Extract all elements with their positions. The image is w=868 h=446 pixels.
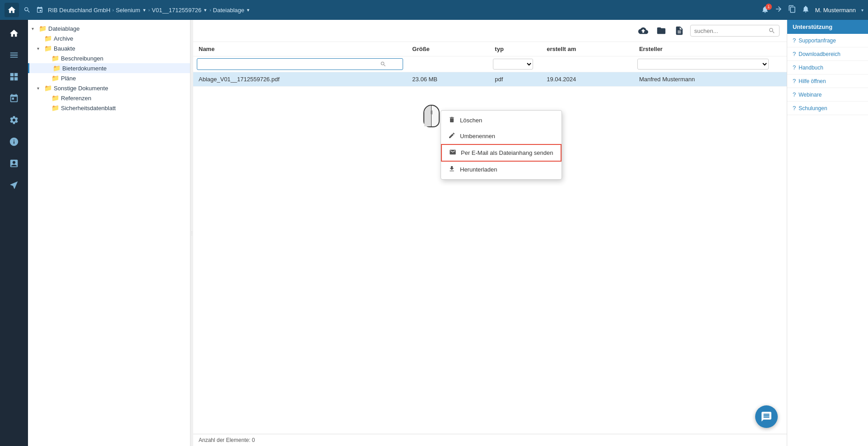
email-icon: [449, 149, 456, 157]
upload-button[interactable]: [636, 23, 650, 38]
col-created: erstellt am: [541, 42, 634, 56]
sidebar-info-icon[interactable]: [4, 132, 24, 152]
col-size: Größe: [407, 42, 489, 56]
home-button[interactable]: [5, 3, 19, 17]
folder-icon-sicherheit: 📁: [51, 104, 59, 112]
content-toolbar: [193, 20, 787, 42]
folder-icon-dateiablage: 📁: [39, 25, 46, 32]
chat-button[interactable]: [755, 405, 778, 428]
tree-label-bieterdokumente: Bieterdokumente: [62, 65, 107, 72]
topbar-right: 1 M. Mustermann ▾: [761, 5, 863, 15]
tree-item-sonstige[interactable]: ▾ 📁 Sonstige Dokumente: [28, 83, 190, 93]
tree-item-referenzen[interactable]: 📁 Referenzen: [28, 93, 190, 103]
rename-icon: [448, 132, 455, 140]
tree-item-dateiablage[interactable]: ▾ 📁 Dateiablage: [28, 23, 190, 33]
sidebar-calendar-icon[interactable]: [4, 88, 24, 108]
sidebar-export-icon[interactable]: [4, 175, 24, 195]
main-layout: ▾ 📁 Dateiablage 📁 Archive ▾ 📁 Bauakte 📁 …: [0, 20, 868, 446]
tree-item-archive[interactable]: 📁 Archive: [28, 33, 190, 43]
support-item-download[interactable]: ? Downloadbereich: [787, 47, 868, 61]
sidebar-dashboard-icon[interactable]: [4, 67, 24, 87]
sidebar-reports-icon[interactable]: [4, 153, 24, 173]
context-menu-rename-label: Umbenennen: [460, 133, 495, 139]
new-document-button[interactable]: [672, 23, 687, 38]
support-item-webinare[interactable]: ? Webinare: [787, 88, 868, 102]
support-icon-2: ?: [793, 51, 796, 57]
top-bar: RIB Deutschland GmbH › Selenium ▾ › V01_…: [0, 0, 868, 20]
breadcrumb-version[interactable]: V01__1712559726: [152, 7, 201, 14]
right-panel: Unterstützung ? Supportanfrage ? Downloa…: [787, 20, 868, 446]
new-folder-button[interactable]: [654, 23, 668, 38]
breadcrumb-dateiablage[interactable]: Dateiablage: [213, 7, 244, 14]
tree-item-bauakte[interactable]: ▾ 📁 Bauakte: [28, 43, 190, 53]
cell-size: 23.06 MB: [407, 72, 489, 87]
tree-item-beschreibungen[interactable]: 📁 Beschreibungen: [28, 53, 190, 63]
support-item-handbuch[interactable]: ? Handbuch: [787, 61, 868, 74]
cell-created: 19.04.2024: [541, 72, 634, 87]
filter-typ-select[interactable]: [493, 59, 533, 70]
support-label-schulungen: Schulungen: [798, 105, 827, 112]
breadcrumb-version-dropdown[interactable]: ▾: [203, 7, 208, 13]
tree-toggle-dateiablage: ▾: [32, 26, 37, 31]
support-item-supportanfrage[interactable]: ? Supportanfrage: [787, 34, 868, 47]
filter-row: [193, 56, 787, 72]
context-menu-email-label: Per E-Mail als Dateianhang senden: [461, 149, 553, 156]
support-item-schulungen[interactable]: ? Schulungen: [787, 102, 868, 115]
user-dropdown-icon[interactable]: ▾: [861, 8, 863, 13]
breadcrumb: RIB Deutschland GmbH › Selenium ▾ › V01_…: [48, 7, 251, 14]
context-menu-delete-label: Löschen: [460, 117, 482, 124]
sidebar-settings-icon[interactable]: [4, 110, 24, 130]
context-menu: Löschen Umbenennen Per E-Mail als Dateia…: [441, 110, 562, 180]
file-tree-panel: ▾ 📁 Dateiablage 📁 Archive ▾ 📁 Bauakte 📁 …: [28, 20, 190, 446]
col-name: Name: [193, 42, 407, 56]
tree-label-archive: Archive: [54, 35, 73, 42]
files-table: Name Größe typ erstellt am Ersteller: [193, 42, 787, 87]
context-menu-email[interactable]: Per E-Mail als Dateianhang senden: [441, 144, 562, 162]
folder-icon-referenzen: 📁: [51, 94, 59, 102]
col-creator: Ersteller: [634, 42, 787, 56]
topbar-search-icon[interactable]: [23, 5, 32, 14]
status-text: Anzahl der Elemente: 0: [199, 437, 255, 443]
forward-icon[interactable]: [775, 5, 783, 15]
tree-item-bieterdokumente[interactable]: 📁 Bieterdokumente: [28, 63, 190, 73]
breadcrumb-selenium[interactable]: Selenium: [116, 7, 140, 14]
topbar-pin-icon[interactable]: [35, 5, 44, 14]
search-input[interactable]: [694, 28, 766, 34]
support-item-hilfe[interactable]: ? Hilfe öffnen: [787, 74, 868, 88]
filter-name-input[interactable]: [200, 60, 380, 69]
support-icon-1: ?: [793, 37, 796, 44]
sidebar-home-icon[interactable]: [4, 23, 24, 43]
context-menu-download[interactable]: Herunterladen: [441, 162, 562, 177]
context-menu-delete[interactable]: Löschen: [441, 112, 562, 128]
folder-icon-bauakte: 📁: [44, 45, 52, 52]
sidebar-menu-icon[interactable]: [4, 45, 24, 65]
support-label-handbuch: Handbuch: [798, 65, 823, 71]
delete-icon: [448, 116, 455, 125]
tree-label-bauakte: Bauakte: [54, 45, 75, 52]
notification-badge: 1: [766, 4, 772, 10]
tree-label-plaene: Pläne: [61, 75, 76, 82]
tree-item-plaene[interactable]: 📁 Pläne: [28, 73, 190, 83]
tree-label-beschreibungen: Beschreibungen: [61, 55, 103, 62]
support-icon-3: ?: [793, 64, 796, 71]
support-icon-5: ?: [793, 91, 796, 98]
tree-label-dateiablage: Dateiablage: [48, 25, 79, 32]
breadcrumb-sep-2: ›: [149, 7, 150, 13]
copy-icon[interactable]: [788, 5, 796, 15]
user-label[interactable]: M. Mustermann: [815, 7, 856, 14]
notifications-button[interactable]: 1: [761, 5, 769, 15]
folder-icon-sonstige: 📁: [44, 84, 52, 92]
table-row[interactable]: Ablage_V01__1712559726.pdf 23.06 MB pdf …: [193, 72, 787, 87]
breadcrumb-selenium-dropdown[interactable]: ▾: [142, 7, 147, 13]
filter-creator-select[interactable]: [637, 59, 769, 70]
context-menu-rename[interactable]: Umbenennen: [441, 128, 562, 144]
breadcrumb-company[interactable]: RIB Deutschland GmbH: [48, 7, 111, 14]
support-label-download: Downloadbereich: [798, 51, 840, 57]
folder-icon-bieterdokumente: 📁: [53, 65, 60, 72]
folder-icon-archive: 📁: [44, 35, 52, 42]
breadcrumb-dateiablage-dropdown[interactable]: ▾: [246, 7, 251, 13]
support-label-supportanfrage: Supportanfrage: [798, 37, 836, 44]
bell-icon[interactable]: [802, 5, 810, 15]
breadcrumb-sep-1: ›: [112, 7, 114, 13]
tree-item-sicherheit[interactable]: 📁 Sicherheitsdatenblatt: [28, 103, 190, 113]
